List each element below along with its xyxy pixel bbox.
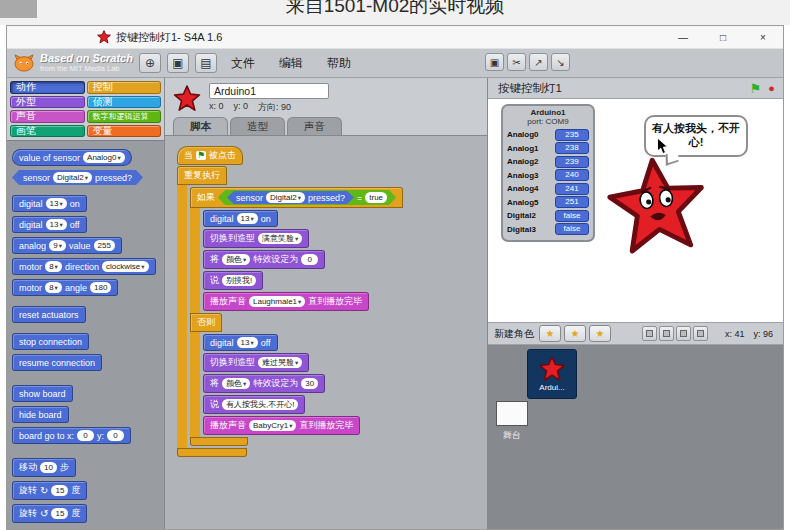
palette-show-board[interactable]: show board [12,385,73,402]
window-titlebar[interactable]: 按键控制灯1- S4A 1.6 — □ × [7,26,783,49]
palette-reset-actuators[interactable]: reset actuators [12,306,86,323]
category-sound[interactable]: 声音 [10,110,85,123]
sprite-card-star-icon [539,356,565,382]
block-digital-on[interactable]: digital13▾on [203,210,278,227]
when-flag-clicked-block[interactable]: 当⚑被点击 [177,146,243,165]
arduino-board-watcher[interactable]: Arduino1 port: COM9 Analog0235 Analog123… [501,104,595,242]
sensor-row: Analog1238 [507,142,589,154]
sprite-direction: 方向: 90 [258,101,291,114]
palette-digital-on[interactable]: digital13▾on [12,195,87,212]
sprite-pane-tool-3[interactable] [676,326,691,341]
palette-motor-angle[interactable]: motor8▾angle180 [12,279,118,296]
palette-motor-direction[interactable]: motor8▾directionclockwise▾ [12,258,156,275]
category-grid: 动作 控制 外型 侦测 声音 数字和逻辑运算 画笔 变量 [7,78,164,140]
star-sprite[interactable] [603,152,711,260]
palette-turn-cw[interactable]: 旋转↻15度 [12,481,87,500]
open-icon[interactable]: ▤ [195,53,217,73]
block-say-unhappy[interactable]: 说有人按我头,不开心! [203,395,305,414]
menu-edit[interactable]: 编辑 [269,52,313,75]
open-new-sprite-button[interactable]: ★ [564,325,586,342]
category-control[interactable]: 控制 [87,81,162,94]
editor-tabs: 脚本 造型 声音 [165,118,487,135]
sprite-pane-tool-4[interactable] [693,326,708,341]
palette-hide-board[interactable]: hide board [12,406,69,423]
sensor-value: 238 [555,142,589,154]
block-switch-costume-sad[interactable]: 切换到造型难过哭脸▾ [203,353,309,372]
sensor-value: false [555,210,589,222]
sensor-value: 240 [555,169,589,181]
stage-canvas[interactable]: Arduino1 port: COM9 Analog0235 Analog123… [488,99,783,322]
sensor-row: Analog2239 [507,156,589,168]
close-button[interactable]: × [743,26,783,48]
video-caption: 来自1501-M02的实时视频 [0,0,790,19]
tab-costumes[interactable]: 造型 [230,117,285,135]
sensor-pressed-boolean[interactable]: sensorDigital2▾pressed? [227,191,354,204]
green-flag-icon[interactable]: ⚑ [750,82,762,95]
menu-help[interactable]: 帮助 [317,52,361,75]
left-panel: 动作 控制 外型 侦测 声音 数字和逻辑运算 画笔 变量 value of se… [7,78,165,529]
minimize-button[interactable]: — [663,26,703,48]
maximize-button[interactable]: □ [703,26,743,48]
block-set-color-effect-30[interactable]: 将颜色▾特效设定为30 [203,374,325,393]
if-label: 如果 [197,191,215,204]
palette-stop-connection[interactable]: stop connection [12,333,89,350]
menu-file[interactable]: 文件 [221,52,265,75]
palette-digital-off[interactable]: digital13▾off [12,216,87,233]
sprite-pane-tool-2[interactable] [659,326,674,341]
save-icon[interactable]: ▣ [167,53,189,73]
sprite-name-field[interactable]: Arduino1 [209,83,329,99]
paint-new-sprite-button[interactable]: ★ [539,325,561,342]
palette-move-steps[interactable]: 移动10步 [12,458,76,477]
sensor-row: Analog5251 [507,196,589,208]
palette-value-of-sensor[interactable]: value of sensorAnalog0▾ [12,149,132,166]
app-icon [97,30,111,44]
category-operators[interactable]: 数字和逻辑运算 [87,110,162,123]
palette-board-goto[interactable]: board go to x:0y:0 [12,427,131,444]
stop-icon[interactable]: ● [768,83,775,94]
menu-bar: Based on Scratch from the MIT Media Lab … [7,49,783,78]
surprise-sprite-button[interactable]: ★ [589,325,611,342]
tab-sounds[interactable]: 声音 [287,117,342,135]
category-looks[interactable]: 外型 [10,96,85,109]
sensor-row: Analog4241 [507,183,589,195]
forever-block[interactable]: 重复执行 如果 sensorDigital2▾pressed? = true [177,166,403,457]
shrink-sprite-tool-icon[interactable]: ↘ [551,53,570,71]
category-sensing[interactable]: 侦测 [87,96,162,109]
sprite-info-bar: Arduino1 x: 0 y: 0 方向: 90 [165,78,487,118]
tab-scripts[interactable]: 脚本 [173,117,228,135]
palette-turn-ccw[interactable]: 旋转↺15度 [12,504,87,523]
equals-sign: = [357,193,362,203]
block-set-color-effect-0[interactable]: 将颜色▾特效设定为0 [203,250,325,269]
stage-thumbnail[interactable] [496,401,528,426]
block-digital-off[interactable]: digital13▾off [203,334,278,351]
forever-label: 重复执行 [184,169,220,182]
delete-tool-icon[interactable]: ✂ [507,53,526,71]
script-canvas[interactable]: 当⚑被点击 重复执行 如果 sensorDigital2▾pressed? = [165,135,487,529]
palette-sensor-pressed[interactable]: sensorDigital2▾pressed? [12,170,143,185]
grow-sprite-tool-icon[interactable]: ↗ [529,53,548,71]
if-else-block[interactable]: 如果 sensorDigital2▾pressed? = true digita… [190,187,403,446]
block-switch-costume-happy[interactable]: 切换到造型满意笑脸▾ [203,229,309,248]
sensor-value: 235 [555,129,589,141]
block-play-sound-cry[interactable]: 播放声音BabyCry1▾直到播放完毕 [203,416,360,435]
category-motion[interactable]: 动作 [10,81,85,94]
equals-rhs-value[interactable]: true [365,192,387,203]
language-globe-icon[interactable]: ⊕ [139,53,161,73]
sprite-card-name: Ardui... [539,383,564,392]
script-stack[interactable]: 当⚑被点击 重复执行 如果 sensorDigital2▾pressed? = [177,146,403,457]
equals-operator[interactable]: sensorDigital2▾pressed? = true [218,190,396,205]
category-variables[interactable]: 变量 [87,125,162,138]
scratch-cat-icon [13,54,35,72]
sprite-thumbnail-icon [173,85,201,112]
sprite-pane-tool-1[interactable] [642,326,657,341]
sprite-list-item-arduino[interactable]: Ardui... [527,349,577,399]
block-say-dont-touch[interactable]: 说别摸我! [203,271,263,290]
sprite-tools-cluster: ▣ ✂ ↗ ↘ [485,53,570,71]
duplicate-tool-icon[interactable]: ▣ [485,53,504,71]
category-pen[interactable]: 画笔 [10,125,85,138]
sprite-list-pane: 舞台 Ardui... [488,345,783,529]
sensor-row: Analog0235 [507,129,589,141]
palette-resume-connection[interactable]: resume connection [12,354,102,371]
palette-analog-value[interactable]: analog9▾value255 [12,237,122,254]
block-play-sound-laugh[interactable]: 播放声音Laughmale1▾直到播放完毕 [203,292,369,311]
